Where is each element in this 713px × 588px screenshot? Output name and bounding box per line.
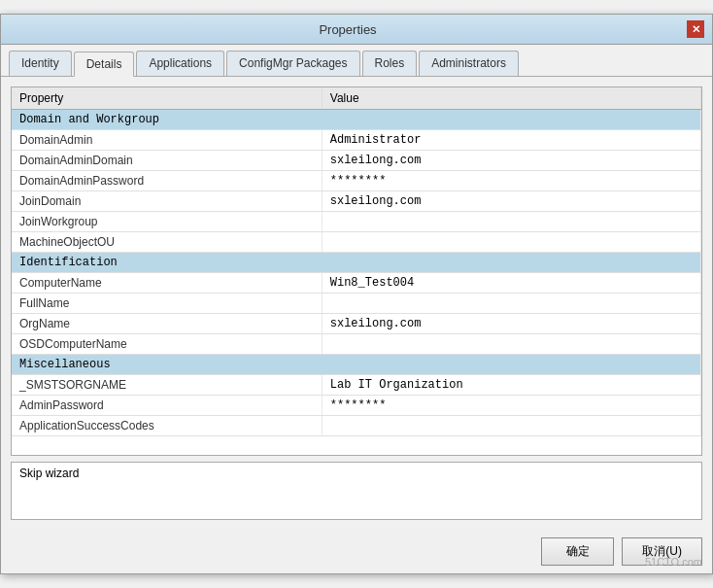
table-row: OSDComputerName (12, 334, 701, 355)
table-row: AdminPassword******** (12, 396, 701, 416)
tab-content: Property Value Domain and WorkgroupDomai… (1, 77, 712, 530)
close-button[interactable]: ✕ (687, 20, 704, 38)
title-bar: Properties ✕ (1, 15, 712, 45)
skip-wizard-text: Skip wizard (11, 462, 702, 520)
table-row: Domain and Workgroup (12, 110, 701, 130)
table-row: Identification (12, 253, 701, 273)
properties-table: Property Value Domain and WorkgroupDomai… (12, 87, 701, 436)
tab-applications[interactable]: Applications (136, 51, 224, 76)
table-row: ComputerNameWin8_Test004 (12, 273, 701, 294)
col-value: Value (322, 87, 700, 110)
table-row: Miscellaneous (12, 355, 701, 375)
table-header-row: Property Value (12, 87, 701, 110)
tabs-bar: Identity Details Applications ConfigMgr … (1, 45, 712, 77)
cancel-button[interactable]: 取消(U) (622, 537, 702, 566)
tab-roles[interactable]: Roles (362, 51, 418, 76)
tab-configmgr[interactable]: ConfigMgr Packages (226, 51, 359, 76)
table-row: JoinDomainsxleilong.com (12, 191, 701, 212)
window-title: Properties (9, 22, 687, 37)
tab-administrators[interactable]: Administrators (419, 51, 519, 76)
table-row: JoinWorkgroup (12, 212, 701, 232)
table-row: DomainAdminDomainsxleilong.com (12, 151, 701, 171)
tab-identity[interactable]: Identity (9, 51, 72, 76)
tab-details[interactable]: Details (74, 52, 135, 77)
table-row: ApplicationSuccessCodes (12, 416, 701, 436)
table-row: FullName (12, 294, 701, 314)
footer: 51CTO.com 确定 取消(U) (1, 530, 712, 573)
table-row: _SMSTSORGNAMELab IT Organization (12, 375, 701, 396)
properties-window: Properties ✕ Identity Details Applicatio… (0, 14, 713, 574)
table-row: DomainAdminAdministrator (12, 130, 701, 151)
ok-button[interactable]: 确定 (541, 537, 614, 566)
col-property: Property (12, 87, 322, 110)
table-row: DomainAdminPassword******** (12, 171, 701, 191)
properties-table-container[interactable]: Property Value Domain and WorkgroupDomai… (11, 86, 702, 456)
table-row: OrgNamesxleilong.com (12, 314, 701, 334)
table-row: MachineObjectOU (12, 232, 701, 253)
